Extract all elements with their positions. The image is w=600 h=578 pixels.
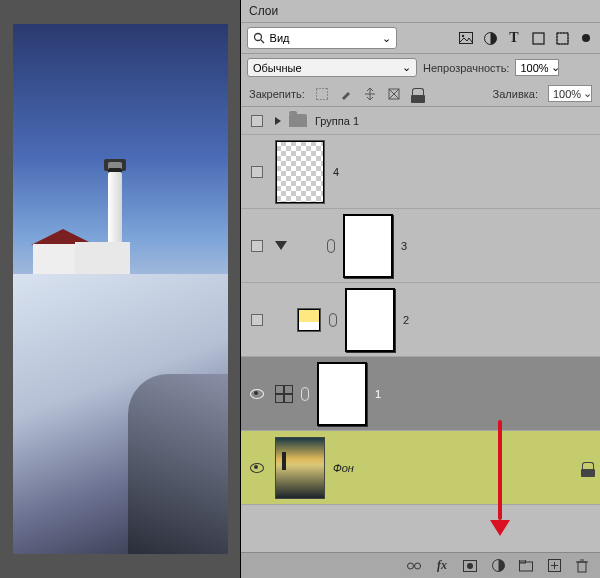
layer-background[interactable]: Фон <box>241 431 600 505</box>
filter-row: ⌄ T <box>241 23 600 54</box>
filter-shape-icon[interactable] <box>530 30 546 46</box>
layers-panel: Слои ⌄ T Обычные ⌄ Непрозрачность: 100%⌄ <box>240 0 600 578</box>
svg-point-3 <box>462 35 464 37</box>
folder-icon <box>289 114 307 127</box>
fx-icon[interactable]: fx <box>434 558 450 574</box>
svg-rect-7 <box>557 33 568 44</box>
svg-rect-2 <box>460 33 473 44</box>
mask-thumbnail[interactable] <box>317 362 367 426</box>
visibility-toggle[interactable] <box>247 314 267 326</box>
search-icon <box>253 30 266 46</box>
layer-filter-select[interactable]: ⌄ <box>247 27 397 49</box>
panel-footer: fx <box>241 552 600 578</box>
new-adjustment-icon[interactable] <box>490 558 506 574</box>
mask-thumbnail[interactable] <box>343 214 393 278</box>
layer-3[interactable]: 3 <box>241 209 600 283</box>
layer-name[interactable]: Фон <box>333 462 354 474</box>
filter-smart-icon[interactable] <box>554 30 570 46</box>
smart-filter-icon[interactable] <box>275 385 293 403</box>
filter-icons: T <box>458 30 594 46</box>
fill-label: Заливка: <box>493 88 538 100</box>
visibility-toggle[interactable] <box>247 463 267 473</box>
link-icon[interactable] <box>327 239 335 253</box>
svg-point-8 <box>582 34 590 42</box>
layer-filter-input[interactable] <box>270 32 378 44</box>
svg-rect-14 <box>415 563 421 569</box>
lock-brush-icon[interactable] <box>339 87 353 101</box>
opacity-input[interactable]: 100%⌄ <box>515 59 559 76</box>
chevron-down-icon: ⌄ <box>551 61 560 74</box>
fill-thumbnail[interactable] <box>297 308 321 332</box>
disclosure-icon[interactable] <box>275 117 281 125</box>
layer-list: Группа 1 4 3 2 1 <box>241 107 600 552</box>
blend-mode-select[interactable]: Обычные ⌄ <box>247 58 417 77</box>
svg-rect-5 <box>533 33 544 44</box>
filter-text-icon[interactable]: T <box>506 30 522 46</box>
svg-rect-9 <box>316 88 328 100</box>
visibility-toggle[interactable] <box>247 240 267 252</box>
filter-adjustment-icon[interactable] <box>482 30 498 46</box>
new-layer-icon[interactable] <box>546 558 562 574</box>
lock-label: Закрепить: <box>249 88 305 100</box>
collapse-icon[interactable] <box>275 241 287 250</box>
layer-group[interactable]: Группа 1 <box>241 107 600 135</box>
document-preview[interactable] <box>13 24 228 554</box>
layer-thumbnail[interactable] <box>275 437 325 499</box>
lock-row: Закрепить: Заливка: 100%⌄ <box>241 81 600 107</box>
chevron-down-icon: ⌄ <box>402 61 411 74</box>
layer-thumbnail[interactable] <box>275 140 325 204</box>
svg-point-0 <box>255 34 262 41</box>
svg-rect-13 <box>408 563 414 569</box>
layer-name[interactable]: 3 <box>401 240 407 252</box>
canvas-area <box>0 0 240 578</box>
link-icon[interactable] <box>301 387 309 401</box>
fill-input[interactable]: 100%⌄ <box>548 85 592 102</box>
opacity-label: Непрозрачность: <box>423 62 509 74</box>
layer-name[interactable]: Группа 1 <box>315 115 359 127</box>
visibility-toggle[interactable] <box>247 166 267 178</box>
filter-image-icon[interactable] <box>458 30 474 46</box>
blend-row: Обычные ⌄ Непрозрачность: 100%⌄ <box>241 54 600 81</box>
chevron-down-icon: ⌄ <box>382 32 391 45</box>
mask-thumbnail[interactable] <box>345 288 395 352</box>
filter-toggle-dot[interactable] <box>578 30 594 46</box>
svg-point-16 <box>467 563 473 569</box>
layer-name[interactable]: 4 <box>333 166 339 178</box>
layer-4[interactable]: 4 <box>241 135 600 209</box>
svg-line-1 <box>261 40 264 43</box>
trash-icon[interactable] <box>574 558 590 574</box>
lock-move-icon[interactable] <box>363 87 377 101</box>
layer-name[interactable]: 1 <box>375 388 381 400</box>
blend-mode-value: Обычные <box>253 62 302 74</box>
layer-1[interactable]: 1 <box>241 357 600 431</box>
lock-icon[interactable] <box>582 462 594 474</box>
visibility-toggle[interactable] <box>247 115 267 127</box>
link-icon[interactable] <box>329 313 337 327</box>
add-mask-icon[interactable] <box>462 558 478 574</box>
new-group-icon[interactable] <box>518 558 534 574</box>
link-layers-icon[interactable] <box>406 558 422 574</box>
lock-transparency-icon[interactable] <box>315 87 329 101</box>
svg-rect-6 <box>557 33 568 44</box>
layer-2[interactable]: 2 <box>241 283 600 357</box>
svg-rect-23 <box>578 562 586 572</box>
visibility-toggle[interactable] <box>247 389 267 399</box>
panel-title: Слои <box>241 0 600 23</box>
lock-all-icon[interactable] <box>411 87 425 101</box>
layer-name[interactable]: 2 <box>403 314 409 326</box>
chevron-down-icon: ⌄ <box>583 87 592 100</box>
lock-frame-icon[interactable] <box>387 87 401 101</box>
